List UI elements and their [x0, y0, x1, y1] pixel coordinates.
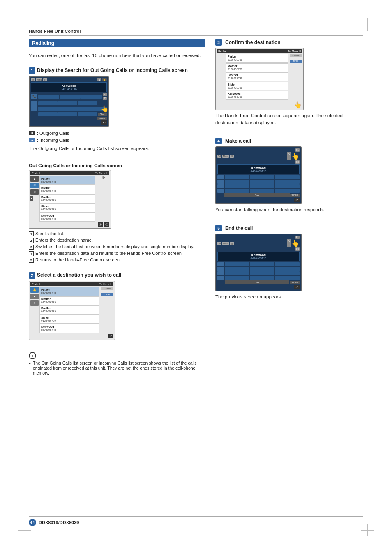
- s5k7[interactable]: [225, 271, 249, 275]
- s3-item-2[interactable]: Brother 0120438789: [226, 72, 288, 81]
- s4ks[interactable]: [225, 189, 249, 193]
- p2-btn[interactable]: P2: [103, 93, 107, 96]
- s2-item-2[interactable]: Brother 0123456789: [39, 305, 99, 314]
- s5k2[interactable]: [250, 262, 274, 266]
- key-icon[interactable]: ②: [30, 189, 39, 195]
- redial-enter-icon[interactable]: ④: [98, 222, 103, 227]
- bat-status: |||: [106, 172, 108, 175]
- keyhash[interactable]: [78, 112, 97, 116]
- s3-disp-btn[interactable]: DISP: [290, 60, 302, 63]
- outgoing-label: : Outgoing Calls: [37, 131, 69, 136]
- s4-setup-btn[interactable]: SETUP: [290, 194, 300, 197]
- redial-item-4[interactable]: Kenwood 0123456789: [39, 213, 95, 222]
- s4-back-btn[interactable]: ↩: [294, 198, 300, 202]
- s4k6[interactable]: [275, 180, 300, 184]
- s5kh[interactable]: [275, 276, 300, 280]
- redial-item-0[interactable]: Father 0123456789: [39, 176, 95, 185]
- s5-p1[interactable]: P1: [295, 236, 300, 239]
- s4k8[interactable]: [250, 184, 274, 188]
- s2-item-0[interactable]: Father 0123456789: [39, 287, 99, 296]
- step5-statusbar: Tel Menu ||| P1 P2 👆 P3: [217, 236, 300, 251]
- s3-item-4[interactable]: Kenwood 0120456789: [226, 91, 288, 100]
- s5k4[interactable]: [225, 267, 249, 271]
- redial-status: Tel Menu |||: [95, 172, 108, 175]
- s4k3[interactable]: [275, 175, 300, 179]
- s2-item-4[interactable]: Kenwood 0123456789: [39, 324, 99, 333]
- redial-item-3[interactable]: Sister 0123456789: [39, 204, 95, 213]
- numbered-item-5: 5 Returns to the Hands-Free Control scre…: [29, 257, 205, 263]
- page-number-circle: 64: [29, 519, 36, 526]
- s2-item-3[interactable]: Sister 0123456789: [39, 315, 99, 324]
- s2-disp-btn[interactable]: DISP: [101, 293, 113, 296]
- s3-item-1[interactable]: Mother 0120438789: [226, 63, 288, 72]
- s4k4[interactable]: [225, 180, 249, 184]
- s5k5[interactable]: [250, 267, 274, 271]
- s5-p3[interactable]: P3: [295, 247, 300, 251]
- s5-clear-btn[interactable]: Clear: [225, 280, 289, 284]
- s4-clear-btn[interactable]: Clear: [224, 193, 290, 197]
- s5ks[interactable]: [225, 276, 249, 280]
- key8[interactable]: [61, 107, 84, 111]
- s5k3[interactable]: [275, 262, 300, 266]
- bookmark-icon[interactable]: ①: [30, 183, 39, 188]
- s5k9[interactable]: [275, 271, 300, 275]
- s2-name-1: Mother: [41, 297, 98, 301]
- step1-below-text: The Outgoing Calls or Incoming Calls lis…: [29, 145, 205, 152]
- s5-p2[interactable]: P2: [287, 239, 291, 247]
- redial-titlebar: Redial Tel Menu |||: [30, 171, 109, 175]
- s5-keys1: [225, 262, 300, 266]
- s2-up-btn[interactable]: ▲: [30, 294, 39, 299]
- s3-cancel-btn[interactable]: Cancel: [290, 54, 302, 57]
- phone-book-icon[interactable]: 📞: [31, 94, 37, 99]
- s5-setup-btn[interactable]: SETUP: [290, 281, 300, 284]
- s5k8[interactable]: [250, 271, 274, 275]
- step1-keypad-row4: [38, 112, 97, 116]
- clear-btn[interactable]: Clear: [98, 113, 107, 116]
- s4k9[interactable]: [275, 184, 300, 188]
- key2[interactable]: [60, 95, 81, 99]
- s3-item-3[interactable]: Sister 0120438789: [226, 82, 288, 91]
- icon-btn2[interactable]: [31, 101, 37, 106]
- s2-cancel-btn[interactable]: Cancel: [101, 287, 113, 290]
- keystar[interactable]: [38, 112, 58, 116]
- icon-btn3[interactable]: [31, 106, 37, 111]
- key5[interactable]: [58, 101, 77, 105]
- redial-item-2[interactable]: Brother 0123456789: [39, 194, 95, 204]
- key4[interactable]: [38, 101, 58, 105]
- p3-btn[interactable]: P3: [103, 97, 107, 100]
- num-text-2: Enters the destination name.: [35, 238, 93, 243]
- s4k2[interactable]: [250, 175, 274, 179]
- intro-text: You can redial, one of the last 10 phone…: [29, 52, 205, 59]
- scroll-up-btn[interactable]: ▲: [30, 176, 39, 182]
- s4-p1[interactable]: P1: [295, 148, 300, 152]
- s5k6[interactable]: [275, 267, 300, 271]
- finger-btn[interactable]: 👆: [30, 287, 39, 293]
- s4-icon1: [217, 175, 224, 179]
- s4k0[interactable]: [250, 189, 274, 193]
- redial-item-1[interactable]: Mother 0123456789: [39, 185, 95, 194]
- s3-item-0[interactable]: Parker 0120438789: [226, 54, 288, 63]
- key1[interactable]: [38, 95, 59, 99]
- p1-btn[interactable]: P1: [97, 78, 101, 81]
- key6[interactable]: [78, 101, 97, 105]
- s4k1[interactable]: [225, 175, 249, 179]
- s4k5[interactable]: [250, 180, 274, 184]
- s5k0[interactable]: [250, 276, 274, 280]
- key0[interactable]: [58, 112, 77, 116]
- s2-item-1[interactable]: Mother 0123456789: [39, 296, 99, 305]
- scroll-down-btn[interactable]: ▼: [30, 196, 33, 201]
- redial-back-icon[interactable]: ⑤: [104, 222, 109, 227]
- s4kh[interactable]: [275, 189, 300, 193]
- key3[interactable]: [81, 95, 102, 99]
- back-arrow-icon[interactable]: ↩: [101, 120, 107, 125]
- s4-p2[interactable]: P2: [287, 152, 291, 160]
- s4-p3[interactable]: P3: [295, 160, 300, 164]
- s2-down-btn[interactable]: ▼: [30, 300, 39, 306]
- s3-name-4: Kenwood: [228, 92, 286, 95]
- s4k7[interactable]: [225, 184, 249, 188]
- s2-enter-icon[interactable]: ↩: [108, 334, 113, 338]
- key7[interactable]: [38, 107, 61, 111]
- s5-back-btn[interactable]: ↩: [294, 285, 300, 289]
- setup-btn[interactable]: SETUP: [97, 117, 107, 120]
- s5k1[interactable]: [225, 262, 249, 266]
